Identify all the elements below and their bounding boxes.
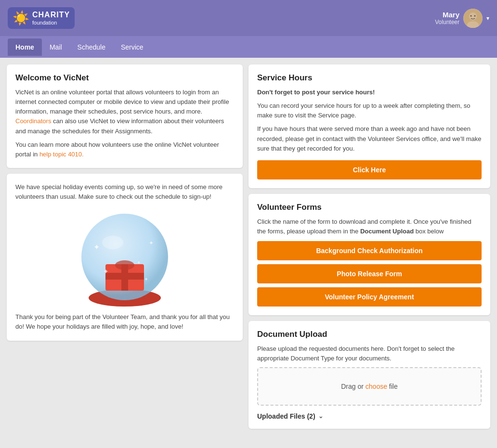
- nav-home[interactable]: Home: [8, 38, 42, 56]
- svg-point-3: [471, 15, 472, 16]
- welcome-para1: VicNet is an online volunteer portal tha…: [15, 88, 234, 136]
- svg-text:✦: ✦: [93, 243, 100, 251]
- file-text: file: [387, 383, 398, 390]
- choose-link[interactable]: choose: [366, 383, 387, 390]
- volunteer-policy-button[interactable]: Volunteer Policy Agreement: [257, 287, 482, 307]
- nav-service[interactable]: Service: [113, 38, 151, 56]
- holiday-bottom-text: Thank you for being part of the Voluntee…: [15, 312, 234, 332]
- volunteer-forms-card: Volunteer Forms Click the name of the fo…: [248, 194, 490, 315]
- service-hours-para1: You can record your service hours for up…: [257, 101, 482, 120]
- service-hours-para2: If you have hours that were served more …: [257, 124, 482, 153]
- svg-text:✦: ✦: [149, 240, 154, 246]
- volunteer-forms-desc: Click the name of the form to download a…: [257, 217, 482, 236]
- volunteer-forms-title: Volunteer Forms: [257, 203, 482, 212]
- photo-release-button[interactable]: Photo Release Form: [257, 264, 482, 283]
- welcome-para3: You can learn more about how volunteers …: [15, 140, 234, 159]
- logo-charity: CHARITY: [32, 10, 70, 19]
- user-name: Mary: [435, 11, 459, 19]
- right-column: Service Hours Don't forget to post your …: [248, 64, 490, 429]
- help-link[interactable]: help topic 4010.: [39, 151, 84, 158]
- upload-dropzone[interactable]: Drag or choose file: [257, 367, 482, 406]
- left-column: Welcome to VicNet VicNet is an online vo…: [7, 64, 243, 429]
- nav-schedule[interactable]: Schedule: [70, 38, 113, 56]
- service-hours-alert: Don't forget to post your service hours!: [257, 88, 482, 97]
- nav-mail[interactable]: Mail: [42, 38, 70, 56]
- sun-icon: ☀️: [13, 10, 29, 26]
- top-bar: ☀️ CHARITY foundation Mary Volunteer ▾: [0, 0, 497, 36]
- svg-text:✦: ✦: [103, 268, 109, 275]
- service-hours-title: Service Hours: [257, 73, 482, 83]
- logo-foundation: foundation: [32, 20, 70, 26]
- holiday-card: We have special holiday events coming up…: [7, 174, 243, 341]
- user-area: Mary Volunteer ▾: [435, 9, 489, 28]
- welcome-card: Welcome to VicNet VicNet is an online vo…: [7, 64, 243, 168]
- svg-point-4: [474, 15, 476, 16]
- nav-bar: Home Mail Schedule Service: [0, 36, 497, 58]
- svg-text:✦: ✦: [144, 276, 148, 282]
- click-here-button[interactable]: Click Here: [257, 160, 482, 179]
- avatar: [463, 9, 483, 28]
- document-upload-title: Document Upload: [257, 330, 482, 339]
- svg-point-17: [102, 236, 123, 249]
- background-check-button[interactable]: Background Check Authorization: [257, 241, 482, 260]
- main-content: Welcome to VicNet VicNet is an online vo…: [0, 58, 497, 435]
- service-hours-card: Service Hours Don't forget to post your …: [248, 64, 490, 188]
- chevron-down-icon: ⌄: [318, 413, 323, 420]
- welcome-title: Welcome to VicNet: [15, 73, 234, 83]
- svg-rect-10: [105, 273, 144, 280]
- document-upload-desc: Please upload the requested documents he…: [257, 344, 482, 363]
- user-role: Volunteer: [435, 19, 459, 26]
- svg-text:✦: ✦: [137, 260, 141, 265]
- user-dropdown-arrow[interactable]: ▾: [486, 15, 489, 22]
- document-upload-card: Document Upload Please upload the reques…: [248, 321, 490, 429]
- logo[interactable]: ☀️ CHARITY foundation: [8, 7, 75, 29]
- svg-point-11: [115, 260, 134, 270]
- coordinators-link[interactable]: Coordinators: [15, 117, 51, 125]
- drag-text: Drag or: [341, 383, 366, 390]
- uploaded-files-label: Uploaded Files (2): [257, 412, 315, 420]
- snow-globe: ✦ ✦ ✦ ✦ ✦: [15, 206, 234, 307]
- form-buttons: Background Check Authorization Photo Rel…: [257, 241, 482, 307]
- uploaded-files[interactable]: Uploaded Files (2) ⌄: [257, 412, 482, 420]
- holiday-top-text: We have special holiday events coming up…: [15, 182, 234, 202]
